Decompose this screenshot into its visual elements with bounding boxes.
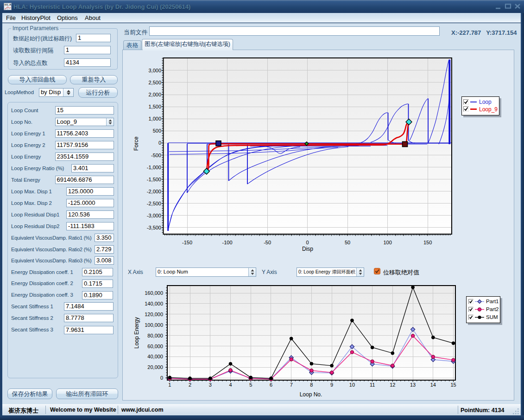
- svg-text:0: 0: [306, 240, 309, 245]
- svg-text:13: 13: [410, 382, 416, 388]
- svg-text:150: 150: [423, 240, 432, 245]
- svg-text:-1,000: -1,000: [147, 165, 161, 170]
- svg-text:-3,000: -3,000: [147, 213, 161, 218]
- svg-text:-50: -50: [264, 240, 271, 245]
- svg-text:Force: Force: [133, 136, 139, 151]
- svg-text:120,000: 120,000: [145, 312, 163, 317]
- svg-text:15: 15: [450, 382, 456, 388]
- svg-text:100,000: 100,000: [145, 322, 163, 328]
- svg-text:9: 9: [330, 382, 333, 388]
- svg-text:140,000: 140,000: [145, 301, 163, 306]
- svg-text:-500: -500: [151, 153, 161, 158]
- svg-text:2,000: 2,000: [148, 92, 161, 97]
- svg-text:Loop No.: Loop No.: [300, 391, 322, 398]
- svg-text:Loop Energy: Loop Energy: [133, 317, 140, 349]
- svg-text:3,000: 3,000: [148, 68, 161, 73]
- svg-text:-100: -100: [222, 240, 233, 245]
- svg-text:160,000: 160,000: [145, 290, 163, 296]
- svg-text:3: 3: [209, 382, 212, 388]
- svg-text:12: 12: [390, 382, 395, 388]
- svg-text:-2,500: -2,500: [147, 201, 161, 206]
- svg-text:60,000: 60,000: [147, 344, 163, 349]
- svg-text:4: 4: [229, 382, 232, 388]
- svg-text:8: 8: [310, 382, 313, 388]
- svg-text:-1,500: -1,500: [147, 177, 161, 182]
- svg-text:1,000: 1,000: [148, 116, 161, 121]
- svg-text:1,500: 1,500: [148, 104, 161, 109]
- svg-text:500: 500: [153, 128, 161, 134]
- svg-text:0: 0: [158, 140, 161, 146]
- svg-text:-2,000: -2,000: [147, 189, 161, 194]
- svg-text:14: 14: [430, 382, 436, 388]
- svg-text:20,000: 20,000: [147, 364, 163, 370]
- svg-text:11: 11: [370, 382, 375, 388]
- svg-text:5: 5: [249, 382, 252, 388]
- svg-text:-150: -150: [182, 240, 192, 245]
- svg-text:80,000: 80,000: [147, 333, 163, 338]
- svg-text:-3,500: -3,500: [147, 225, 161, 230]
- svg-text:40,000: 40,000: [147, 354, 163, 359]
- svg-text:2: 2: [189, 382, 191, 388]
- svg-text:0: 0: [160, 375, 163, 381]
- svg-text:10: 10: [349, 382, 355, 388]
- svg-text:Disp: Disp: [302, 246, 313, 252]
- svg-text:50: 50: [345, 240, 350, 245]
- svg-text:7: 7: [290, 382, 293, 388]
- svg-text:1: 1: [168, 382, 171, 388]
- svg-text:100: 100: [383, 240, 391, 245]
- svg-text:6: 6: [270, 382, 272, 388]
- svg-text:2,500: 2,500: [148, 80, 161, 85]
